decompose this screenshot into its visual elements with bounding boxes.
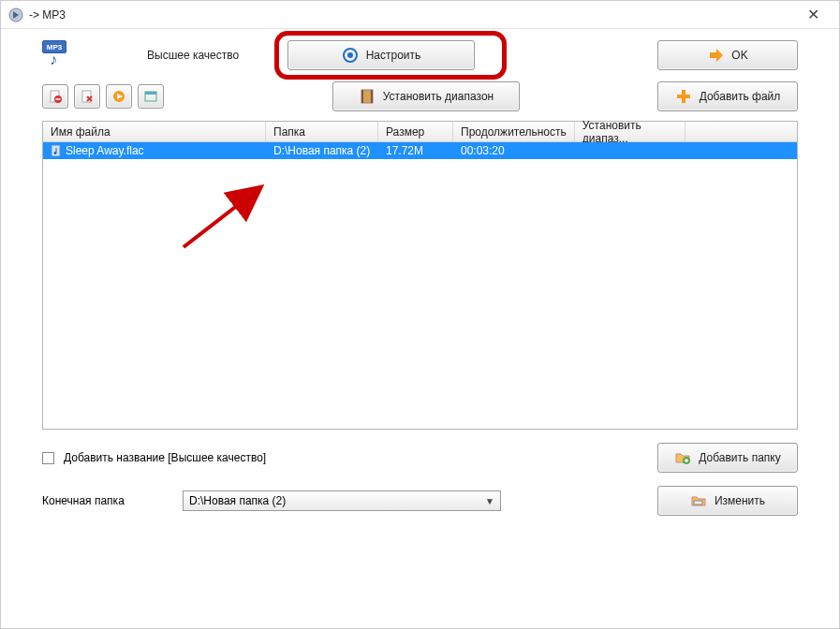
dest-folder-label: Конечная папка [42, 494, 173, 507]
set-range-label: Установить диапазон [383, 90, 494, 103]
film-icon [359, 88, 376, 105]
cell-folder: D:\Новая папка (2) [266, 144, 378, 157]
svg-line-15 [184, 189, 258, 247]
arrow-right-icon [707, 47, 724, 64]
svg-rect-12 [371, 90, 373, 103]
music-note-icon: ♪ [50, 51, 57, 68]
cell-duration: 00:03:20 [453, 144, 566, 157]
set-range-button[interactable]: Установить диапазон [332, 81, 520, 111]
col-header-rest [685, 122, 797, 141]
add-file-label: Добавить файл [700, 90, 781, 103]
file-table: Имя файла Папка Размер Продолжительность… [42, 121, 798, 430]
list-view-button[interactable] [138, 84, 164, 109]
add-folder-label: Добавить папку [699, 451, 780, 464]
table-body[interactable]: Sleep Away.flac D:\Новая папка (2) 17.72… [43, 142, 797, 429]
col-header-size[interactable]: Размер [378, 122, 453, 141]
gear-icon [342, 47, 359, 64]
col-header-folder[interactable]: Папка [266, 122, 378, 141]
chevron-down-icon: ▼ [485, 496, 494, 506]
play-button[interactable] [106, 84, 132, 109]
add-folder-button[interactable]: Добавить папку [657, 443, 798, 473]
cell-name-text: Sleep Away.flac [66, 144, 144, 157]
dest-folder-value: D:\Новая папка (2) [189, 494, 286, 507]
configure-button-label: Настроить [366, 49, 421, 62]
svg-point-2 [347, 52, 353, 58]
table-row[interactable]: Sleep Away.flac D:\Новая папка (2) 17.72… [43, 142, 797, 159]
add-name-checkbox[interactable] [42, 452, 54, 464]
delete-file-button[interactable] [74, 84, 100, 109]
col-header-duration[interactable]: Продолжительность [453, 122, 575, 141]
configure-button[interactable]: Настроить [287, 40, 475, 70]
folder-plus-icon [674, 449, 691, 466]
svg-rect-17 [694, 501, 702, 505]
cell-size: 17.72M [378, 144, 453, 157]
cell-name: Sleep Away.flac [43, 144, 266, 157]
ok-button[interactable]: OK [657, 40, 798, 70]
change-button[interactable]: Изменить [657, 486, 798, 516]
folder-open-icon [690, 492, 707, 509]
ok-button-label: OK [731, 49, 747, 62]
col-header-range[interactable]: Установить диапаз... [575, 122, 685, 141]
svg-rect-11 [361, 90, 363, 103]
titlebar: -> MP3 ✕ [1, 1, 839, 29]
add-name-label: Добавить название [Высшее качество] [64, 451, 266, 464]
mp3-format-icon: MP3 ♪ [42, 40, 72, 70]
top-row: MP3 ♪ Высшее качество Настроить OK [1, 29, 839, 78]
svg-point-14 [54, 152, 57, 154]
dest-folder-dropdown[interactable]: D:\Новая папка (2) ▼ [183, 490, 501, 511]
small-button-group [42, 84, 164, 109]
app-icon [8, 7, 23, 22]
quality-label: Высшее качество [147, 49, 259, 62]
second-row: Установить диапазон Добавить файл [1, 78, 839, 121]
remove-file-button[interactable] [42, 84, 68, 109]
table-header: Имя файла Папка Размер Продолжительность… [43, 122, 797, 142]
audio-file-icon [51, 145, 62, 156]
change-label: Изменить [715, 494, 765, 507]
svg-rect-5 [56, 98, 61, 100]
arrow-annotation [174, 182, 277, 256]
add-file-button[interactable]: Добавить файл [657, 81, 798, 111]
svg-rect-9 [145, 92, 156, 95]
col-header-name[interactable]: Имя файла [43, 122, 266, 141]
close-button[interactable]: ✕ [794, 6, 832, 23]
plus-icon [675, 88, 692, 105]
window-title: -> MP3 [29, 8, 794, 22]
bottom-area: Добавить название [Высшее качество] Доба… [1, 430, 839, 516]
